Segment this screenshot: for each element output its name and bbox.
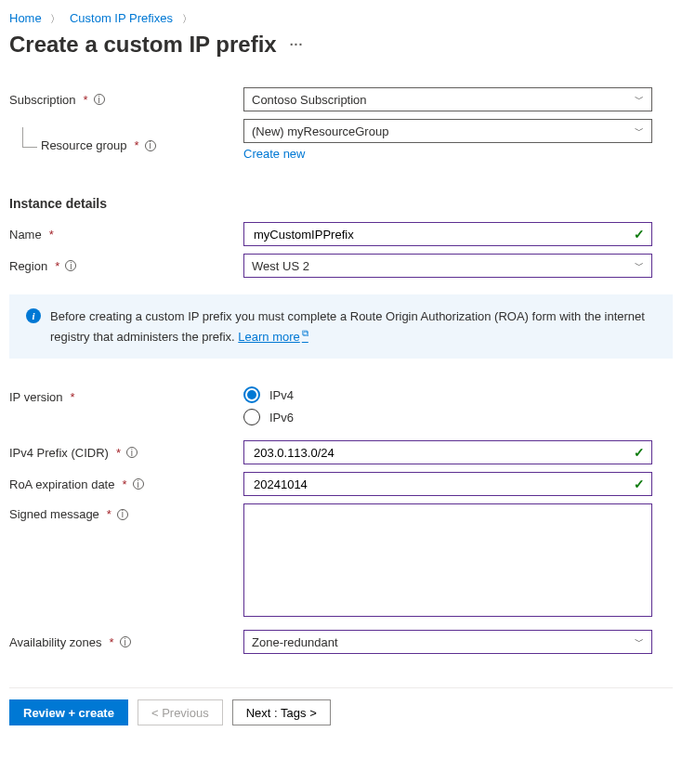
chevron-right-icon: 〉 bbox=[45, 13, 66, 24]
roa-date-input-wrapper bbox=[243, 472, 652, 496]
info-circle-icon: i bbox=[26, 308, 41, 323]
info-icon[interactable]: i bbox=[133, 478, 144, 490]
info-icon[interactable]: i bbox=[120, 636, 131, 647]
label-signed-message: Signed message bbox=[9, 507, 99, 521]
label-subscription: Subscription bbox=[9, 93, 76, 107]
info-icon[interactable]: i bbox=[145, 140, 156, 151]
info-icon[interactable]: i bbox=[126, 447, 138, 458]
resource-group-value: (New) myResourceGroup bbox=[252, 124, 388, 138]
required-marker: * bbox=[84, 93, 88, 107]
section-instance-details: Instance details bbox=[9, 196, 673, 211]
external-link-icon: ⧉ bbox=[302, 328, 308, 338]
name-input[interactable] bbox=[252, 227, 623, 242]
radio-ipv4[interactable]: IPv4 bbox=[243, 386, 652, 403]
radio-ipv6-label: IPv6 bbox=[269, 411, 294, 425]
required-marker: * bbox=[55, 259, 59, 273]
roa-date-input[interactable] bbox=[252, 477, 623, 492]
info-icon[interactable]: i bbox=[94, 94, 105, 105]
availability-zones-select[interactable]: Zone-redundant ﹀ bbox=[243, 630, 652, 654]
label-availability-zones: Availability zones bbox=[9, 635, 101, 649]
signed-message-textarea[interactable] bbox=[243, 503, 652, 617]
region-select[interactable]: West US 2 ﹀ bbox=[243, 254, 652, 278]
region-value: West US 2 bbox=[252, 259, 309, 273]
page-title-row: Create a custom IP prefix ··· bbox=[9, 32, 673, 58]
wizard-footer: Review + create < Previous Next : Tags > bbox=[9, 687, 673, 737]
page-title: Create a custom IP prefix bbox=[9, 32, 277, 58]
infobox-content: Before creating a custom IP prefix you m… bbox=[50, 307, 660, 346]
chevron-down-icon: ﹀ bbox=[635, 93, 644, 106]
name-input-wrapper bbox=[243, 222, 652, 246]
chevron-down-icon: ﹀ bbox=[635, 124, 644, 137]
tree-line-icon bbox=[22, 127, 37, 148]
label-roa-date: RoA expiration date bbox=[9, 477, 114, 491]
required-marker: * bbox=[109, 635, 113, 649]
breadcrumb-section[interactable]: Custom IP Prefixes bbox=[70, 11, 173, 25]
required-marker: * bbox=[71, 390, 75, 404]
required-marker: * bbox=[116, 446, 121, 460]
roa-infobox: i Before creating a custom IP prefix you… bbox=[9, 294, 673, 359]
create-new-link[interactable]: Create new bbox=[243, 147, 305, 161]
label-ipv4-prefix: IPv4 Prefix (CIDR) bbox=[9, 446, 109, 460]
info-icon[interactable]: i bbox=[117, 509, 128, 520]
radio-ipv4-label: IPv4 bbox=[269, 388, 294, 402]
infobox-text: Before creating a custom IP prefix you m… bbox=[50, 309, 645, 344]
required-marker: * bbox=[122, 477, 126, 491]
required-marker: * bbox=[107, 507, 111, 521]
breadcrumb-home[interactable]: Home bbox=[9, 11, 42, 25]
label-ip-version: IP version bbox=[9, 390, 63, 404]
info-icon[interactable]: i bbox=[65, 260, 76, 271]
ipv4-prefix-input-wrapper bbox=[243, 440, 652, 464]
label-region: Region bbox=[9, 259, 47, 273]
required-marker: * bbox=[49, 228, 54, 242]
chevron-right-icon: 〉 bbox=[177, 13, 198, 24]
previous-button[interactable]: < Previous bbox=[138, 699, 223, 725]
label-resource-group: Resource group bbox=[41, 138, 127, 152]
ipv4-prefix-input[interactable] bbox=[252, 445, 623, 461]
availability-zones-value: Zone-redundant bbox=[252, 635, 338, 649]
ip-version-radio-group: IPv4 IPv6 bbox=[243, 386, 652, 425]
chevron-down-icon: ﹀ bbox=[635, 259, 644, 272]
subscription-value: Contoso Subscription bbox=[252, 93, 367, 107]
radio-ipv6[interactable]: IPv6 bbox=[243, 409, 652, 425]
subscription-select[interactable]: Contoso Subscription ﹀ bbox=[243, 87, 652, 111]
breadcrumb: Home 〉 Custom IP Prefixes 〉 bbox=[9, 11, 673, 26]
learn-more-link[interactable]: Learn more⧉ bbox=[238, 330, 308, 344]
chevron-down-icon: ﹀ bbox=[635, 635, 644, 648]
required-marker: * bbox=[135, 138, 139, 152]
more-actions-icon[interactable]: ··· bbox=[290, 37, 304, 52]
label-name: Name bbox=[9, 228, 42, 242]
next-button[interactable]: Next : Tags > bbox=[232, 699, 331, 725]
resource-group-select[interactable]: (New) myResourceGroup ﹀ bbox=[243, 119, 652, 143]
review-create-button[interactable]: Review + create bbox=[9, 699, 128, 725]
